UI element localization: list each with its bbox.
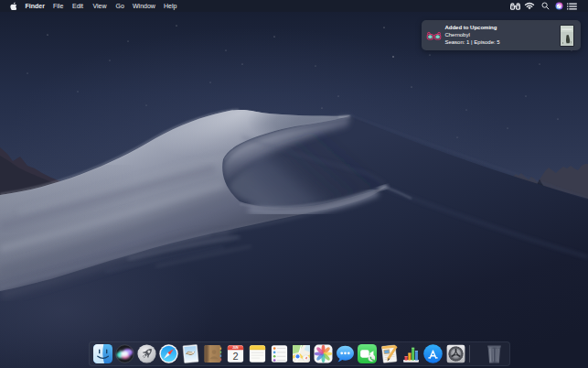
svg-text:JUN: JUN xyxy=(232,346,239,350)
svg-text:2: 2 xyxy=(232,351,238,362)
